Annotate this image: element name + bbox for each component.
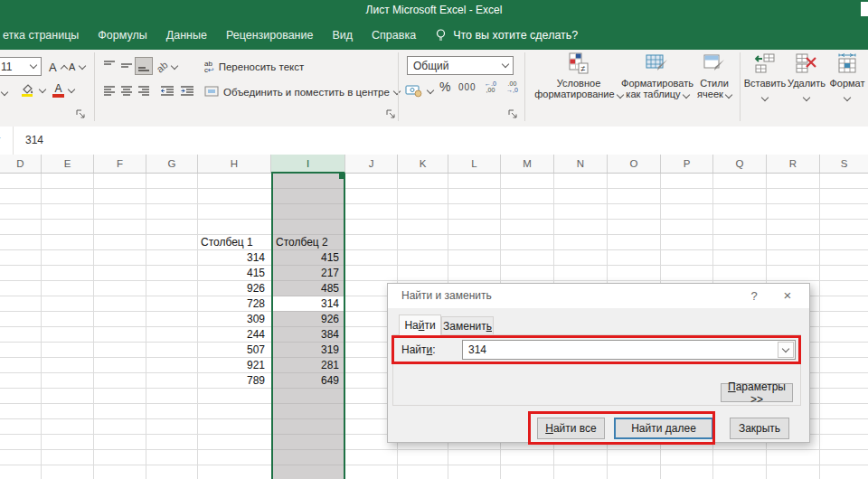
- selection-handle[interactable]: [339, 174, 344, 179]
- column-header[interactable]: L: [448, 155, 501, 173]
- cell-col2-header[interactable]: Столбец 2: [274, 235, 343, 250]
- delete-cells-button[interactable]: Удалить: [786, 52, 827, 102]
- cell-styles-icon: [703, 52, 726, 76]
- font-dialog-launcher-icon[interactable]: [76, 109, 86, 119]
- column-header[interactable]: J: [345, 155, 398, 173]
- number-format-combo[interactable]: Общий: [407, 56, 514, 75]
- cell[interactable]: 926: [198, 281, 269, 296]
- accounting-format-button[interactable]: [405, 81, 433, 101]
- cell[interactable]: 314: [198, 250, 269, 266]
- cell[interactable]: 244: [198, 327, 269, 343]
- column-header[interactable]: N: [554, 155, 608, 173]
- column-header[interactable]: D: [0, 155, 42, 173]
- cell-col1-header[interactable]: Столбец 1: [198, 235, 269, 250]
- chevron-down-icon: [30, 61, 37, 69]
- column-header-selected[interactable]: I: [271, 155, 345, 174]
- cell[interactable]: 921: [198, 358, 269, 373]
- cell[interactable]: 309: [198, 312, 269, 327]
- decrease-decimal-button[interactable]: .00→,0: [506, 80, 518, 93]
- grid-line: [819, 174, 820, 479]
- cell-styles-button[interactable]: Стили ячеек: [689, 52, 740, 99]
- cell[interactable]: 281: [273, 358, 343, 373]
- column-header[interactable]: E: [42, 155, 94, 173]
- align-bottom-button[interactable]: [135, 57, 153, 75]
- align-left-button[interactable]: [100, 82, 118, 100]
- cell[interactable]: 415: [198, 266, 269, 281]
- wrap-text-button[interactable]: abc↩ Переносить текст: [204, 57, 304, 77]
- tab-review[interactable]: Рецензирование: [226, 29, 314, 42]
- tab-find[interactable]: Найти: [399, 315, 441, 335]
- grid-line: [93, 174, 94, 479]
- borders-button-partial[interactable]: [2, 86, 7, 97]
- conditional-formatting-button[interactable]: ≠ Условное форматирование: [533, 52, 624, 99]
- cell[interactable]: 507: [198, 343, 269, 358]
- percent-style-button[interactable]: %: [439, 80, 450, 94]
- options-button[interactable]: Параметры >>: [721, 383, 793, 402]
- column-header[interactable]: F: [94, 155, 146, 173]
- cell[interactable]: 485: [273, 281, 343, 296]
- tab-replace[interactable]: Заменить: [441, 316, 494, 335]
- column-header[interactable]: K: [398, 155, 448, 173]
- cell[interactable]: 217: [273, 266, 343, 281]
- title-bar: Лист Microsoft Excel - Excel: [0, 0, 868, 20]
- orientation-button[interactable]: ab: [156, 57, 177, 77]
- close-button[interactable]: Закрыть: [730, 418, 789, 439]
- column-header[interactable]: M: [501, 155, 554, 173]
- increase-indent-button[interactable]: [178, 82, 196, 100]
- decrease-indent-button[interactable]: [158, 82, 176, 100]
- formula-bar[interactable]: fx 314: [0, 127, 868, 155]
- column-header[interactable]: S: [820, 155, 868, 173]
- insert-cells-button[interactable]: Вставить: [741, 52, 788, 102]
- delete-cells-icon: [795, 52, 818, 76]
- tab-help[interactable]: Справка: [372, 29, 416, 42]
- align-middle-button[interactable]: [118, 57, 136, 75]
- column-header[interactable]: O: [608, 155, 661, 173]
- font-size-combo[interactable]: 11: [0, 57, 42, 76]
- chevron-down-icon: [39, 85, 46, 92]
- align-center-button[interactable]: [118, 82, 136, 100]
- increase-decimal-icon: ←.0,00: [485, 80, 496, 93]
- column-header[interactable]: Q: [713, 155, 767, 173]
- cell[interactable]: 728: [198, 296, 269, 312]
- grow-font-button[interactable]: А: [49, 57, 67, 77]
- conditional-formatting-icon: ≠: [568, 52, 590, 76]
- column-header[interactable]: P: [661, 155, 713, 173]
- shrink-font-button[interactable]: А: [69, 57, 85, 77]
- cell[interactable]: 415: [273, 250, 343, 266]
- find-replace-dialog: Найти и заменить ? × Найти Заменить Найт…: [387, 283, 810, 443]
- cell[interactable]: 384: [273, 327, 343, 343]
- column-header[interactable]: R: [767, 155, 820, 173]
- group-divider: [398, 52, 399, 121]
- column-header[interactable]: G: [146, 155, 198, 173]
- cell[interactable]: 926: [273, 312, 343, 327]
- alignment-dialog-launcher-icon[interactable]: [386, 109, 396, 119]
- help-icon[interactable]: ?: [745, 284, 763, 308]
- column-header[interactable]: H: [198, 155, 271, 173]
- tab-view[interactable]: Вид: [332, 29, 353, 42]
- align-right-button[interactable]: [135, 82, 153, 100]
- number-dialog-launcher-icon[interactable]: [508, 109, 518, 119]
- format-cells-button[interactable]: Формат: [826, 52, 868, 102]
- align-top-button[interactable]: [100, 57, 118, 75]
- ribbon: 11 А А А: [0, 50, 868, 127]
- tab-formulas[interactable]: Формулы: [98, 29, 146, 42]
- fill-color-button[interactable]: [20, 80, 45, 100]
- grid-line: [41, 174, 42, 479]
- cell[interactable]: 319: [273, 343, 343, 358]
- font-color-button[interactable]: А: [52, 80, 74, 100]
- close-icon[interactable]: ×: [777, 284, 798, 307]
- cell[interactable]: 789: [198, 373, 269, 389]
- tell-me-box[interactable]: Что вы хотите сделать?: [435, 28, 578, 42]
- cell-found[interactable]: 314: [273, 296, 343, 312]
- chevron-down-icon: [725, 91, 732, 99]
- tab-data[interactable]: Данные: [166, 29, 207, 42]
- highlight-box-action-buttons: [528, 411, 715, 445]
- tab-page-layout[interactable]: етка страницы: [3, 29, 79, 42]
- comma-style-button[interactable]: 000: [458, 82, 476, 92]
- ribbon-tab-bar: етка страницы Формулы Данные Рецензирова…: [0, 20, 868, 50]
- merge-center-button[interactable]: Объединить и поместить в центре: [204, 82, 400, 102]
- paint-bucket-icon: [20, 82, 35, 99]
- increase-decimal-button[interactable]: ←.0,00: [485, 80, 496, 93]
- cell[interactable]: 649: [273, 373, 343, 389]
- window-control-partial[interactable]: [861, 2, 868, 16]
